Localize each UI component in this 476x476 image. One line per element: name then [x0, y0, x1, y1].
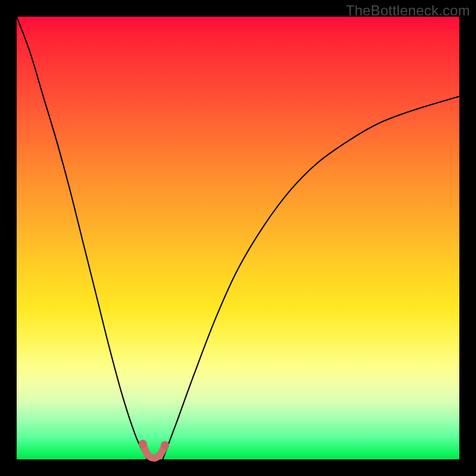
hump-dots [139, 440, 169, 449]
hump-endpoint-dot [161, 441, 169, 449]
curve-right-branch [163, 96, 459, 459]
plot-area [17, 17, 459, 459]
curve-left-branch [17, 17, 147, 459]
watermark-text: TheBottleneck.com [346, 2, 470, 19]
hump-endpoint-dot [139, 440, 147, 448]
chart-frame: TheBottleneck.com [0, 0, 476, 476]
curve-layer [17, 17, 459, 459]
